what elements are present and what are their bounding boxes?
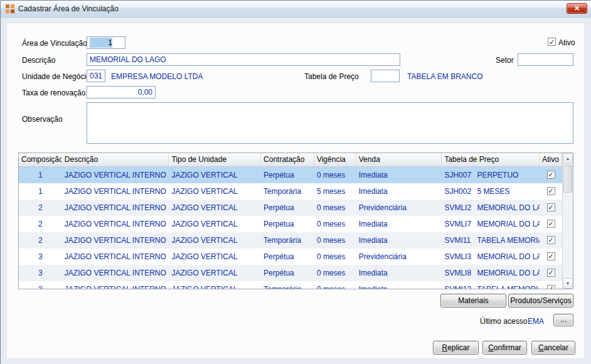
grid-cell-tabela-preco: SVMLI2MEMORIAL DO LAGO INTERNO [442,200,540,216]
materiais-button[interactable]: Materiais [440,294,506,308]
grid-cell: JAZIGO VERTICAL INTERNO 1ª OF [62,167,169,183]
grid-cell: JAZIGO VERTICAL INTERNO 3ª OF [62,265,169,281]
grid-cell: 0 meses [314,249,356,265]
grid-header-6[interactable]: Tabela de Preço [442,153,540,166]
grid-cell: Perpétua [261,167,314,183]
tabela-preco-label: Tabela de Preço [304,72,359,81]
grid-cell: JAZIGO VERTICAL INTERNO 1ª OF [62,183,169,200]
grid-row-1[interactable]: 1JAZIGO VERTICAL INTERNO 1ª OFJAZIGO VER… [19,183,562,200]
grid-header-7[interactable]: Ativo [540,153,562,166]
scroll-down-icon[interactable]: ▼ [563,278,573,289]
grid-cell-tabela-preco: SVMI11TABELA MEMORIAL DO LAGO INTERNO [442,232,540,249]
grid-cell: 0 meses [314,167,356,183]
dialog-window: Cadastrar Área de Vinculação ✕ Área de V… [0,0,591,364]
grid-header-0[interactable]: Composição [19,153,62,166]
ativo-checkbox[interactable]: ✓ [548,38,556,46]
tabela-preco-nome: TABELA MEMORIAL DO LAGO INTERNO [477,236,540,245]
grid-cell: JAZIGO VERTICAL INTERNO 2ª OF [62,232,169,249]
observacao-label: Observação [22,115,63,124]
row-ativo-checkbox[interactable]: ✓ [547,203,555,211]
grid-vertical-scrollbar[interactable]: ▲ ▼ [562,153,573,289]
row-ativo-checkbox[interactable]: ✓ [547,171,555,179]
observacao-field[interactable] [87,102,573,144]
grid-cell: Perpétua [261,216,314,232]
area-vinculacao-field[interactable]: 1 [87,36,125,49]
grid-cell-ativo: ✓ [540,167,562,183]
grid-cell: JAZIGO VERTICAL [169,232,261,249]
scroll-up-icon[interactable]: ▲ [563,153,573,164]
grid-cell: 5 meses [314,183,356,200]
cancelar-button[interactable]: Cancelar [531,341,575,355]
grid-cell: 3 [19,281,62,289]
descricao-label: Descrição [22,56,55,65]
app-icon [6,4,14,13]
confirmar-button[interactable]: Confirmar [482,341,527,355]
grid-cell: 3 [19,249,62,265]
tabela-preco-nome: MEMORIAL DO LAGO INTERNO [477,203,540,212]
grid-cell: 0 meses [314,216,356,232]
grid-cell-tabela-preco: SVMLI7MEMORIAL DO LAGO INTERNO [442,216,540,232]
scrollbar-thumb[interactable] [563,165,572,193]
grid-cell: 1 [19,183,62,200]
grid-cell: Previdenciária [356,200,442,216]
row-ativo-checkbox[interactable]: ✓ [547,220,555,228]
grid-cell-tabela-preco: SVMLI8MEMORIAL DO LAGO INTERNO [442,265,540,281]
grid-cell-tabela-preco: SVMLI3MEMORIAL DO LAGO INTERNO [442,249,540,265]
close-icon: ✕ [574,4,580,12]
produtos-servicos-button[interactable]: Produtos/Serviços [508,294,573,308]
grid-cell-ativo: ✓ [540,232,562,249]
grid-row-2[interactable]: 2JAZIGO VERTICAL INTERNO 2ª OFJAZIGO VER… [19,200,562,216]
grid-cell-tabela-preco: SJH007PERPETUO [442,167,540,183]
row-ativo-checkbox[interactable]: ✓ [547,187,555,195]
grid-cell: Imediata [356,167,442,183]
grid-cell: 0 meses [314,200,356,216]
grid-body: 1JAZIGO VERTICAL INTERNO 1ª OFJAZIGO VER… [19,167,562,289]
area-vinculacao-label: Área de Vinculação [22,39,87,48]
grid-cell: Imediata [356,281,442,289]
grid-cell: JAZIGO VERTICAL INTERNO 2ª OF [62,216,169,232]
grid-header-2[interactable]: Tipo de Unidade [169,153,261,166]
tabela-preco-nome: 5 MESES [477,187,509,196]
tabela-preco-nome: MEMORIAL DO LAGO INTERNO [477,252,540,261]
grid-header-3[interactable]: Contratação [261,153,314,166]
more-button[interactable]: ... [553,314,573,326]
grid-cell: 0 meses [314,281,356,289]
grid-cell-ativo: ✓ [540,249,562,265]
grid-row-4[interactable]: 2JAZIGO VERTICAL INTERNO 2ª OFJAZIGO VER… [19,232,562,249]
row-ativo-checkbox[interactable]: ✓ [547,252,555,260]
tabela-preco-nome: MEMORIAL DO LAGO INTERNO [477,269,540,277]
tabela-preco-codigo: SVMLI3 [444,249,477,265]
unidade-negocio-nome: EMPRESA MODELO LTDA [111,72,203,81]
tabela-preco-codigo: SJH007 [444,167,477,183]
grid-cell: Temporária [261,183,314,200]
grid-cell: JAZIGO VERTICAL [169,200,261,216]
unidade-negocio-codigo-field[interactable] [87,70,105,82]
grid-header-1[interactable]: Descrição [62,153,169,166]
grid-header-4[interactable]: Vigência [314,153,356,166]
grid-row-5[interactable]: 3JAZIGO VERTICAL INTERNO 3ª OFJAZIGO VER… [19,249,562,265]
setor-field[interactable] [518,53,573,66]
grid-cell: JAZIGO VERTICAL INTERNO 3ª OF [62,249,169,265]
grid-row-6[interactable]: 3JAZIGO VERTICAL INTERNO 3ª OFJAZIGO VER… [19,265,562,281]
grid-cell-ativo: ✓ [540,183,562,200]
area-vinculacao-value: 1 [90,38,112,48]
grid-cell: 3 [19,265,62,281]
grid-cell: Perpétua [261,249,314,265]
row-ativo-checkbox[interactable]: ✓ [547,269,555,277]
tabela-preco-nome: TABELA MEMORIAL DO LAGO INTERNO [477,285,540,289]
grid-row-3[interactable]: 2JAZIGO VERTICAL INTERNO 2ª OFJAZIGO VER… [19,216,562,232]
grid-cell: JAZIGO VERTICAL [169,183,261,200]
titlebar[interactable]: Cadastrar Área de Vinculação [1,1,591,18]
grid-row-0[interactable]: 1JAZIGO VERTICAL INTERNO 1ª OFJAZIGO VER… [19,167,562,183]
descricao-field[interactable] [87,53,400,66]
replicar-button[interactable]: Replicar [433,341,479,355]
tabela-preco-codigo-field[interactable] [371,70,400,82]
grid-cell: JAZIGO VERTICAL INTERNO 3ª OF [62,281,169,289]
grid-header-5[interactable]: Venda [356,153,442,166]
row-ativo-checkbox[interactable]: ✓ [547,236,555,244]
grid-cell: JAZIGO VERTICAL [169,167,261,183]
grid-row-7[interactable]: 3JAZIGO VERTICAL INTERNO 3ª OFJAZIGO VER… [19,281,562,289]
taxa-renovacao-field[interactable] [87,86,156,99]
close-button[interactable]: ✕ [567,3,587,14]
row-ativo-checkbox[interactable]: ✓ [547,285,555,289]
